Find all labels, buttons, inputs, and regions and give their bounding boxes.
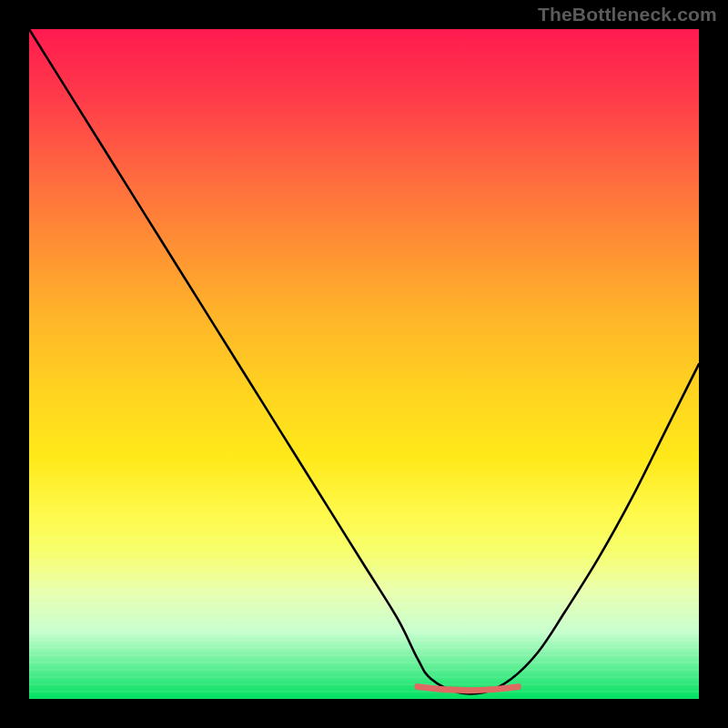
chart-frame: TheBottleneck.com: [0, 0, 728, 728]
bottleneck-curve: [29, 29, 699, 694]
trough-highlight: [418, 687, 518, 691]
watermark-text: TheBottleneck.com: [538, 4, 717, 25]
curve-svg: [29, 29, 699, 699]
plot-area: [29, 29, 699, 699]
